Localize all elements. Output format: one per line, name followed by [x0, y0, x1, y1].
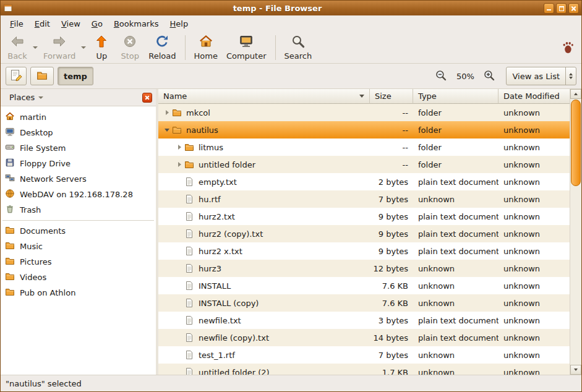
file-size: --	[370, 108, 413, 117]
menu-view[interactable]: View	[56, 17, 86, 31]
file-type: plain text document	[413, 316, 499, 325]
file-type: plain text document	[413, 229, 499, 239]
spinner-arrows-icon	[565, 67, 576, 85]
file-row-install-copy[interactable]: INSTALL (copy)7.6 KBunknownunknown	[158, 294, 570, 312]
sidebar-item-file-system[interactable]: File System	[1, 140, 156, 156]
home-icon	[5, 111, 15, 123]
close-button[interactable]	[568, 3, 579, 14]
file-size: 14 bytes	[370, 333, 413, 343]
file-size: 7.6 KB	[370, 299, 413, 308]
file-type: unknown	[413, 299, 499, 308]
file-row-untitled-folder-2[interactable]: untitled folder (2)1.7 KBunknownunknown	[158, 364, 570, 375]
file-date-modified: unknown	[499, 281, 570, 291]
scrollbar-thumb[interactable]	[571, 100, 581, 186]
sidebar-item-pictures[interactable]: Pictures	[1, 254, 156, 270]
up-button[interactable]: Up	[87, 33, 116, 62]
column-header-date-modified[interactable]: Date Modified	[499, 89, 570, 104]
expander-collapsed-icon[interactable]	[162, 110, 172, 115]
expander-expanded-icon[interactable]	[162, 129, 172, 132]
file-name: INSTALL (copy)	[197, 299, 259, 308]
minimize-icon	[547, 9, 551, 11]
sidebar-close-button[interactable]	[142, 93, 152, 103]
sidebar-item-martin[interactable]: martin	[1, 109, 156, 125]
sidebar-item-floppy-drive[interactable]: Floppy Drive	[1, 156, 156, 171]
sidebar-item-webdav-on-192-168-178-28[interactable]: WebDAV on 192.168.178.28	[1, 187, 156, 202]
file-icon	[184, 211, 197, 221]
sidebar-list: martinDesktopFile SystemFloppy DriveNetw…	[1, 106, 156, 375]
folder-icon	[5, 225, 15, 237]
file-row-hurz2-x-txt[interactable]: hurz2 x.txt9 bytesplain text documentunk…	[158, 242, 570, 260]
file-row-hurz2-copy-txt[interactable]: hurz2 (copy).txt9 bytesplain text docume…	[158, 225, 570, 242]
network-icon	[5, 173, 15, 185]
folder-icon	[184, 142, 197, 152]
file-row-hu-rtf[interactable]: hu.rtf7 bytesunknownunknown	[158, 190, 570, 208]
file-icon	[184, 194, 197, 204]
folder-icon	[5, 287, 15, 299]
file-row-litmus[interactable]: litmus--folderunknown	[158, 138, 570, 156]
column-header-type[interactable]: Type	[413, 89, 499, 104]
file-row-hurz2-txt[interactable]: hurz2.txt9 bytesplain text documentunkno…	[158, 208, 570, 225]
file-type: unknown	[413, 281, 499, 291]
floppy-icon	[5, 158, 15, 169]
column-header-size[interactable]: Size	[370, 89, 413, 104]
sidebar-item-network-servers[interactable]: Network Servers	[1, 171, 156, 187]
maximize-button[interactable]	[556, 3, 567, 14]
sidebar-item-trash[interactable]: Trash	[1, 202, 156, 218]
file-browser-window: temp - File Browser File Edit View Go Bo…	[0, 0, 582, 392]
expander-collapsed-icon[interactable]	[174, 145, 184, 150]
zoom-out-button[interactable]	[433, 68, 449, 84]
home-button[interactable]: Home	[190, 33, 222, 62]
sidebar-item-label: Pub on Athlon	[20, 288, 75, 297]
menubar: File Edit View Go Bookmarks Help	[1, 15, 581, 32]
file-date-modified: unknown	[499, 333, 570, 343]
menu-bookmarks[interactable]: Bookmarks	[108, 17, 165, 31]
menu-file[interactable]: File	[4, 17, 29, 31]
folder-icon	[172, 125, 184, 135]
file-row-install[interactable]: INSTALL7.6 KBunknownunknown	[158, 277, 570, 294]
arrow-up-icon	[574, 93, 578, 95]
file-date-modified: unknown	[499, 351, 570, 360]
path-current-button[interactable]: temp	[58, 67, 93, 85]
sidebar-item-music[interactable]: Music	[1, 239, 156, 254]
file-icon	[184, 315, 197, 325]
scroll-down-button[interactable]	[570, 365, 581, 375]
file-date-modified: unknown	[499, 160, 570, 169]
file-row-mkcol[interactable]: mkcol--folderunknown	[158, 104, 570, 121]
sidebar-item-documents[interactable]: Documents	[1, 223, 156, 239]
menu-edit[interactable]: Edit	[29, 17, 56, 31]
zoom-in-button[interactable]	[481, 68, 497, 84]
search-button[interactable]: Search	[280, 33, 317, 62]
vertical-scrollbar[interactable]	[570, 89, 581, 375]
file-row-newfile-copy-txt[interactable]: newfile (copy).txt14 bytesplain text doc…	[158, 329, 570, 346]
zoom-in-icon	[483, 69, 495, 83]
sidebar-item-label: Videos	[20, 273, 46, 282]
scroll-up-button[interactable]	[570, 89, 581, 99]
titlebar[interactable]: temp - File Browser	[1, 1, 581, 15]
reload-button[interactable]: Reload	[144, 33, 180, 62]
computer-button[interactable]: Computer	[222, 33, 271, 62]
file-row-nautilus[interactable]: nautilus--folderunknown	[158, 121, 570, 138]
path-root-button[interactable]	[30, 67, 54, 85]
expander-collapsed-icon[interactable]	[174, 162, 184, 167]
column-header-name[interactable]: Name	[158, 89, 370, 104]
minimize-button[interactable]	[544, 3, 554, 14]
file-size: 3 bytes	[370, 316, 413, 325]
sidebar-item-pub-on-athlon[interactable]: Pub on Athlon	[1, 285, 156, 300]
sidebar-item-desktop[interactable]: Desktop	[1, 125, 156, 140]
menu-go[interactable]: Go	[86, 17, 108, 31]
sidebar-item-videos[interactable]: Videos	[1, 270, 156, 285]
file-type: unknown	[413, 264, 499, 273]
edit-location-toggle[interactable]	[6, 67, 27, 85]
sidebar-pane-selector[interactable]: Places	[4, 91, 48, 104]
file-row-newfile-txt[interactable]: newfile.txt3 bytesplain text documentunk…	[158, 312, 570, 329]
view-mode-select[interactable]: View as List	[506, 67, 576, 85]
file-icon	[184, 281, 197, 291]
location-bar: temp 50% View as List	[1, 64, 581, 89]
file-row-hurz3[interactable]: hurz312 bytesunknownunknown	[158, 260, 570, 277]
file-row-untitled-folder[interactable]: untitled folder--folderunknown	[158, 156, 570, 173]
scrollbar-track[interactable]	[570, 99, 581, 365]
file-row-empty-txt[interactable]: empty.txt2 bytesplain text documentunkno…	[158, 173, 570, 190]
menu-help[interactable]: Help	[165, 17, 194, 31]
file-row-test-1-rtf[interactable]: test_1.rtf7 bytesunknownunknown	[158, 346, 570, 364]
file-pane: Name Size Type Date Modified mkcol--fold…	[158, 89, 570, 375]
